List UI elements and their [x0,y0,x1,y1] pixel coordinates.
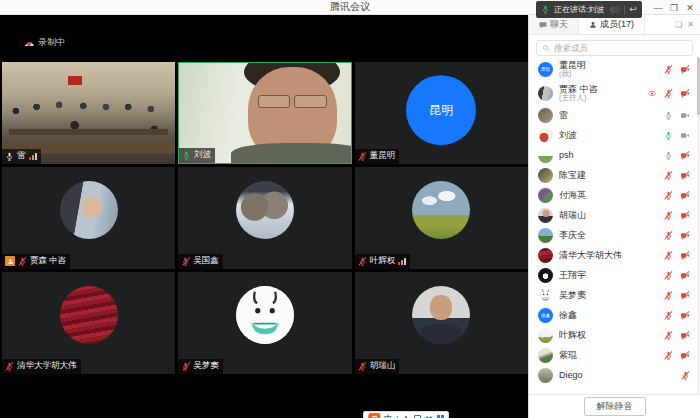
camera-off-icon[interactable] [680,89,690,98]
video-tile-hudawei[interactable]: 清华大学胡大伟 [2,272,175,374]
avatar [60,286,118,344]
camera-off-icon[interactable] [680,231,690,240]
chat-icon [539,21,547,29]
tile-participant-name: 董昆明 [370,150,396,162]
search-input[interactable] [554,43,687,53]
mic-muted-icon[interactable] [664,271,673,280]
close-button[interactable]: ✕ [682,3,698,13]
member-row[interactable]: 雷 [529,105,696,125]
avatar [538,368,553,383]
camera-on-icon[interactable] [680,131,690,140]
camera-off-icon[interactable] [680,171,690,180]
panel-close-icon[interactable]: ✕ [687,20,694,29]
avatar: 徐鑫 [538,308,553,323]
avatar [538,268,553,283]
recording-indicator: ☁ 录制中 [24,36,65,49]
camera-off-icon[interactable] [680,271,690,280]
member-row[interactable]: 王翔宇 [529,265,696,285]
camera-off-icon[interactable] [680,331,690,340]
minimize-button[interactable]: — [650,3,666,13]
camera-off-icon[interactable] [680,251,690,260]
camera-off-icon[interactable] [680,311,690,320]
tile-participant-name: 叶辉权 [370,255,396,267]
panel-footer: 解除静音 [529,394,700,418]
back-arrow-icon[interactable]: ↩ [629,5,637,14]
speaking-banner: 正在讲话:刘波 ↩ [536,1,642,18]
restore-button[interactable]: ❐ [666,3,682,13]
member-row[interactable]: 徐鑫 徐鑫 [529,305,696,325]
tile-participant-name: 胡瑞山 [370,360,396,372]
mic-muted-icon[interactable] [681,371,690,380]
member-row[interactable]: 吴梦窦 [529,285,696,305]
video-tile-yehuiquan[interactable]: 叶辉权 [355,167,528,269]
mic-muted-icon[interactable] [664,291,673,300]
mic-speaking-icon [182,151,191,160]
mic-muted-icon[interactable] [664,191,673,200]
tile-nametag: 吴国鑫 [178,254,223,269]
mic-muted-icon[interactable] [664,211,673,220]
ime-skin-icon[interactable] [425,415,433,418]
ime-toolbar[interactable]: S 中 ’ [363,411,449,418]
unmute-button[interactable]: 解除静音 [584,397,646,416]
avatar [538,288,553,303]
member-row[interactable]: 昆明 董昆明(我) [529,57,696,81]
mic-on-icon[interactable] [664,151,673,160]
tile-participant-name: 雷 [17,150,26,162]
video-tile-jiasen[interactable]: 贾森 中咨 [2,167,175,269]
member-row[interactable]: 胡瑞山 [529,205,696,225]
tile-participant-name: 清华大学胡大伟 [17,360,77,372]
member-row[interactable]: 叶辉权 [529,325,696,345]
host-badge-icon [5,256,15,266]
video-tile-dongkunming[interactable]: 昆明 董昆明 [355,62,528,164]
ime-chinese-mode-icon[interactable]: 中 [384,415,392,418]
member-row[interactable]: 陈宝建 [529,165,696,185]
camera-off-icon[interactable] [680,351,690,360]
ime-punctuation-icon[interactable]: ’ [396,415,398,418]
video-tile-huruishan[interactable]: 胡瑞山 [355,272,528,374]
avatar [538,228,553,243]
avatar [538,108,553,123]
camera-off-icon[interactable] [680,291,690,300]
member-row[interactable]: 清华大学胡大伟 [529,245,696,265]
member-row[interactable]: psh [529,145,696,165]
member-row[interactable]: 付海英 [529,185,696,205]
camera-off-icon[interactable] [680,191,690,200]
mic-muted-icon[interactable] [664,171,673,180]
video-tile-lei[interactable]: 雷 [2,62,175,164]
avatar [538,208,553,223]
member-row[interactable]: 紫琨 [529,345,696,365]
mic-muted-icon [358,362,367,371]
tile-nametag: 刘波 [179,148,215,163]
member-row[interactable]: Diego [529,365,696,385]
focus-eye-icon[interactable] [647,89,657,98]
mic-muted-icon[interactable] [664,231,673,240]
mic-on-icon[interactable] [664,111,673,120]
ime-voice-icon[interactable] [402,415,410,418]
mic-muted-icon[interactable] [664,65,673,74]
avatar [538,328,553,343]
camera-off-icon[interactable] [680,211,690,220]
sogou-logo-icon[interactable]: S [367,413,380,418]
camera-off-icon[interactable] [680,65,690,74]
member-row[interactable]: 李庆全 [529,225,696,245]
video-tile-wumengdou[interactable]: 吴梦窦 [178,272,351,374]
avatar: 昆明 [538,62,553,77]
mic-muted-icon[interactable] [664,251,673,260]
mic-muted-icon[interactable] [664,311,673,320]
member-row[interactable]: 贾森 中咨(主持人) [529,81,696,105]
member-row[interactable]: 刘波 [529,125,696,145]
avatar [538,348,553,363]
popout-icon[interactable]: ❏ [675,20,682,29]
member-search[interactable] [536,40,693,56]
speaking-banner-label: 正在讲话:刘波 [554,4,604,15]
video-tile-wuguoxin[interactable]: 吴国鑫 [178,167,351,269]
mic-muted-icon [358,257,367,266]
mic-muted-icon[interactable] [664,89,673,98]
camera-off-icon[interactable] [680,151,690,160]
mic-speaking-icon[interactable] [664,131,673,140]
mic-muted-icon[interactable] [664,331,673,340]
video-tile-liubo[interactable]: 刘波 [178,62,351,164]
mic-muted-icon[interactable] [664,351,673,360]
window-controls: — ❐ ✕ [650,0,698,15]
camera-on-icon[interactable] [680,111,690,120]
